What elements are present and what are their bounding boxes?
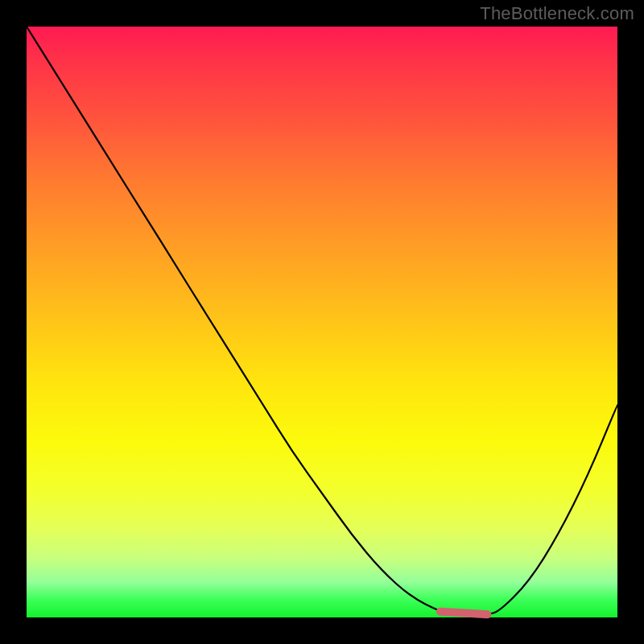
minimum-marker: [440, 612, 488, 615]
bottleneck-curve: [27, 27, 617, 614]
curve-layer: [27, 27, 617, 617]
chart-frame: TheBottleneck.com: [0, 0, 644, 644]
watermark-text: TheBottleneck.com: [480, 3, 634, 24]
plot-area: [27, 27, 617, 617]
